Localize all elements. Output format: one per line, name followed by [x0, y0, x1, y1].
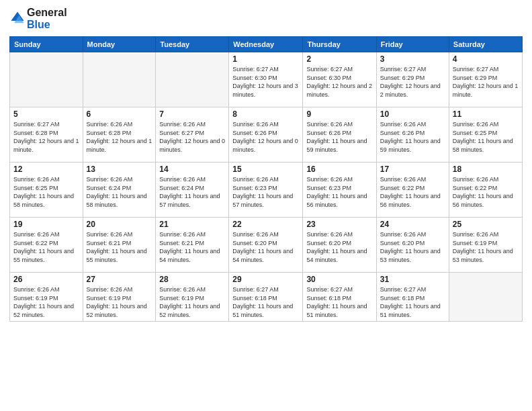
day-info: Sunrise: 6:26 AM Sunset: 6:26 PM Dayligh…: [306, 120, 372, 154]
calendar-cell: 14Sunrise: 6:26 AM Sunset: 6:24 PM Dayli…: [156, 163, 229, 218]
day-info: Sunrise: 6:27 AM Sunset: 6:29 PM Dayligh…: [453, 65, 519, 99]
calendar-cell: 31Sunrise: 6:27 AM Sunset: 6:18 PM Dayli…: [376, 273, 449, 322]
day-info: Sunrise: 6:26 AM Sunset: 6:21 PM Dayligh…: [159, 230, 225, 264]
calendar-cell: 17Sunrise: 6:26 AM Sunset: 6:22 PM Dayli…: [376, 163, 449, 218]
day-number: 13: [87, 165, 152, 174]
day-number: 9: [306, 109, 372, 119]
calendar-cell: 22Sunrise: 6:26 AM Sunset: 6:20 PM Dayli…: [229, 218, 303, 273]
day-number: 8: [232, 109, 299, 119]
day-number: 29: [232, 275, 299, 284]
day-info: Sunrise: 6:26 AM Sunset: 6:27 PM Dayligh…: [159, 120, 225, 154]
day-info: Sunrise: 6:26 AM Sunset: 6:22 PM Dayligh…: [380, 175, 445, 209]
day-info: Sunrise: 6:26 AM Sunset: 6:19 PM Dayligh…: [13, 285, 79, 319]
day-number: 15: [232, 165, 299, 174]
day-number: 18: [453, 165, 519, 174]
day-number: 11: [453, 109, 519, 119]
calendar-cell: 9Sunrise: 6:26 AM Sunset: 6:26 PM Daylig…: [303, 107, 376, 163]
day-info: Sunrise: 6:26 AM Sunset: 6:19 PM Dayligh…: [159, 285, 225, 319]
logo-line2: Blue: [27, 19, 67, 31]
day-info: Sunrise: 6:26 AM Sunset: 6:19 PM Dayligh…: [87, 285, 152, 319]
day-info: Sunrise: 6:26 AM Sunset: 6:20 PM Dayligh…: [306, 230, 372, 264]
calendar-cell: 28Sunrise: 6:26 AM Sunset: 6:19 PM Dayli…: [156, 273, 229, 322]
calendar-cell: 21Sunrise: 6:26 AM Sunset: 6:21 PM Dayli…: [156, 218, 229, 273]
calendar-cell: 2Sunrise: 6:27 AM Sunset: 6:30 PM Daylig…: [303, 52, 376, 107]
calendar-cell: 29Sunrise: 6:27 AM Sunset: 6:18 PM Dayli…: [229, 273, 303, 322]
calendar-cell: 6Sunrise: 6:26 AM Sunset: 6:28 PM Daylig…: [83, 107, 156, 163]
day-number: 12: [13, 165, 79, 174]
day-info: Sunrise: 6:27 AM Sunset: 6:30 PM Dayligh…: [306, 65, 372, 99]
day-info: Sunrise: 6:26 AM Sunset: 6:28 PM Dayligh…: [87, 120, 152, 154]
calendar-cell: 12Sunrise: 6:26 AM Sunset: 6:25 PM Dayli…: [10, 163, 83, 218]
calendar-cell: 13Sunrise: 6:26 AM Sunset: 6:24 PM Dayli…: [83, 163, 156, 218]
calendar-cell: 27Sunrise: 6:26 AM Sunset: 6:19 PM Dayli…: [83, 273, 156, 322]
day-info: Sunrise: 6:26 AM Sunset: 6:26 PM Dayligh…: [232, 120, 299, 154]
col-sunday: Sunday: [10, 37, 83, 52]
day-number: 27: [87, 275, 152, 284]
day-number: 14: [159, 165, 225, 174]
page: General Blue Sunday Monday Tuesday Wedne…: [0, 0, 532, 411]
col-friday: Friday: [376, 37, 449, 52]
calendar-cell: 11Sunrise: 6:26 AM Sunset: 6:25 PM Dayli…: [449, 107, 522, 163]
day-info: Sunrise: 6:27 AM Sunset: 6:29 PM Dayligh…: [380, 65, 445, 99]
day-number: 25: [453, 220, 519, 229]
calendar-cell: 15Sunrise: 6:26 AM Sunset: 6:23 PM Dayli…: [229, 163, 303, 218]
day-info: Sunrise: 6:26 AM Sunset: 6:21 PM Dayligh…: [87, 230, 152, 264]
calendar-cell: 23Sunrise: 6:26 AM Sunset: 6:20 PM Dayli…: [303, 218, 376, 273]
calendar-cell: [83, 52, 156, 107]
calendar-cell: 16Sunrise: 6:26 AM Sunset: 6:23 PM Dayli…: [303, 163, 376, 218]
calendar-cell: [156, 52, 229, 107]
day-info: Sunrise: 6:27 AM Sunset: 6:28 PM Dayligh…: [13, 120, 79, 154]
logo-line1: General: [27, 7, 67, 19]
calendar-cell: 1Sunrise: 6:27 AM Sunset: 6:30 PM Daylig…: [229, 52, 303, 107]
day-info: Sunrise: 6:26 AM Sunset: 6:24 PM Dayligh…: [87, 175, 152, 209]
calendar-cell: 18Sunrise: 6:26 AM Sunset: 6:22 PM Dayli…: [449, 163, 522, 218]
calendar-cell: 25Sunrise: 6:26 AM Sunset: 6:19 PM Dayli…: [449, 218, 522, 273]
day-info: Sunrise: 6:27 AM Sunset: 6:18 PM Dayligh…: [380, 285, 445, 319]
day-number: 4: [453, 54, 519, 64]
day-number: 10: [380, 109, 445, 119]
logo-icon: [9, 10, 26, 26]
day-info: Sunrise: 6:26 AM Sunset: 6:19 PM Dayligh…: [453, 230, 519, 264]
day-number: 30: [306, 275, 372, 284]
calendar-cell: [449, 273, 522, 322]
calendar-cell: 5Sunrise: 6:27 AM Sunset: 6:28 PM Daylig…: [10, 107, 83, 163]
calendar-cell: 24Sunrise: 6:26 AM Sunset: 6:20 PM Dayli…: [376, 218, 449, 273]
calendar-cell: 7Sunrise: 6:26 AM Sunset: 6:27 PM Daylig…: [156, 107, 229, 163]
calendar-cell: 10Sunrise: 6:26 AM Sunset: 6:26 PM Dayli…: [376, 107, 449, 163]
col-saturday: Saturday: [449, 37, 522, 52]
calendar-cell: 20Sunrise: 6:26 AM Sunset: 6:21 PM Dayli…: [83, 218, 156, 273]
day-number: 17: [380, 165, 445, 174]
calendar-cell: 3Sunrise: 6:27 AM Sunset: 6:29 PM Daylig…: [376, 52, 449, 107]
day-info: Sunrise: 6:26 AM Sunset: 6:26 PM Dayligh…: [380, 120, 445, 154]
day-info: Sunrise: 6:26 AM Sunset: 6:25 PM Dayligh…: [13, 175, 79, 209]
day-number: 3: [380, 54, 445, 64]
day-number: 16: [306, 165, 372, 174]
day-number: 22: [232, 220, 299, 229]
day-number: 6: [87, 109, 152, 119]
day-number: 19: [13, 220, 79, 229]
day-info: Sunrise: 6:26 AM Sunset: 6:23 PM Dayligh…: [232, 175, 299, 209]
day-number: 5: [13, 109, 79, 119]
calendar-table: Sunday Monday Tuesday Wednesday Thursday…: [9, 36, 523, 322]
header: General Blue: [9, 7, 523, 31]
day-number: 26: [13, 275, 79, 284]
day-info: Sunrise: 6:26 AM Sunset: 6:20 PM Dayligh…: [232, 230, 299, 264]
calendar-cell: 26Sunrise: 6:26 AM Sunset: 6:19 PM Dayli…: [10, 273, 83, 322]
day-number: 31: [380, 275, 445, 284]
day-info: Sunrise: 6:26 AM Sunset: 6:22 PM Dayligh…: [13, 230, 79, 264]
calendar-cell: 8Sunrise: 6:26 AM Sunset: 6:26 PM Daylig…: [229, 107, 303, 163]
day-info: Sunrise: 6:26 AM Sunset: 6:24 PM Dayligh…: [159, 175, 225, 209]
day-number: 28: [159, 275, 225, 284]
day-info: Sunrise: 6:26 AM Sunset: 6:25 PM Dayligh…: [453, 120, 519, 154]
calendar-cell: 30Sunrise: 6:27 AM Sunset: 6:18 PM Dayli…: [303, 273, 376, 322]
calendar-cell: 19Sunrise: 6:26 AM Sunset: 6:22 PM Dayli…: [10, 218, 83, 273]
day-number: 20: [87, 220, 152, 229]
day-number: 7: [159, 109, 225, 119]
day-info: Sunrise: 6:27 AM Sunset: 6:18 PM Dayligh…: [306, 285, 372, 319]
day-info: Sunrise: 6:27 AM Sunset: 6:30 PM Dayligh…: [232, 65, 299, 99]
calendar-cell: 4Sunrise: 6:27 AM Sunset: 6:29 PM Daylig…: [449, 52, 522, 107]
col-monday: Monday: [83, 37, 156, 52]
day-number: 1: [232, 54, 299, 64]
day-number: 24: [380, 220, 445, 229]
col-wednesday: Wednesday: [229, 37, 303, 52]
